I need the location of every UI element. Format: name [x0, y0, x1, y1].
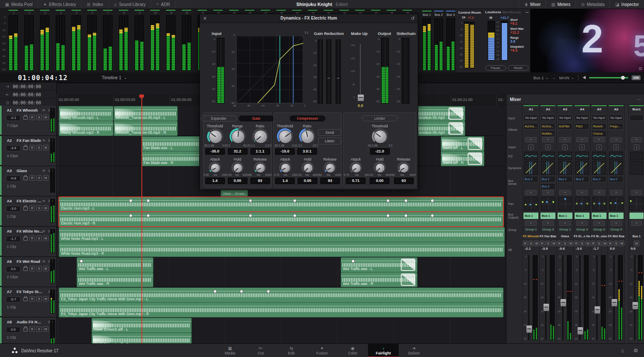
pan-pad[interactable]	[592, 197, 607, 210]
insert-toggle[interactable]: I	[562, 144, 568, 150]
group-assignment[interactable]: Group 1	[523, 226, 539, 233]
strip-header[interactable]: A1	[523, 104, 539, 114]
strip-header[interactable]: A2	[540, 104, 556, 114]
track-header[interactable]: A4FX Electric Humfx2.0-3.0RSM1 Clip	[2, 196, 57, 226]
knob-control[interactable]	[325, 163, 334, 172]
audio-clip[interactable]: Wet Traffic.wav - L	[341, 257, 417, 272]
add-output-button[interactable]: +	[576, 221, 588, 226]
monitor-volume-slider[interactable]	[589, 77, 628, 78]
mute-button[interactable]: M	[551, 241, 556, 246]
automation-point[interactable]	[249, 199, 252, 202]
automation-point[interactable]	[293, 214, 296, 217]
knob-value[interactable]: 1.4	[275, 178, 295, 184]
record-arm-button[interactable]: R	[29, 236, 35, 241]
pan-pad[interactable]	[629, 197, 644, 210]
automation-point[interactable]	[240, 290, 243, 293]
dim-button[interactable]: DIM	[632, 75, 641, 80]
monitor-dest-selector[interactable]: MAIN⌄	[559, 75, 574, 80]
listen-button[interactable]: Listen	[318, 138, 341, 144]
audio-clip[interactable]: Swird.aiff - R	[441, 151, 484, 166]
fader-handle[interactable]	[632, 302, 638, 310]
automation-point[interactable]	[80, 259, 83, 263]
knob-value[interactable]: 93	[320, 178, 340, 184]
bus-output-chip[interactable]: Bus 1	[592, 213, 607, 219]
page-tab-cut[interactable]: ✄Cut	[245, 344, 276, 357]
mute-button[interactable]: M	[43, 205, 49, 211]
track-header[interactable]: A2FX Fan Bladefx2.0-3.9RSM4 Clips	[2, 136, 57, 166]
insert-toggle[interactable]: I	[596, 144, 602, 150]
index-button[interactable]: ☰Index	[82, 0, 109, 9]
record-arm-button[interactable]: R	[29, 145, 35, 150]
dialog-header[interactable]: ✕Dynamics - FX Electric Hum↺	[200, 14, 418, 23]
effect-plugin-chip[interactable]: Frequen...	[609, 123, 624, 130]
eq-curve-thumbnail[interactable]	[558, 152, 572, 160]
knob-control[interactable]	[399, 163, 408, 172]
solo-button[interactable]: S	[36, 115, 42, 120]
automation-point[interactable]	[404, 199, 408, 202]
record-arm-button[interactable]: R	[29, 266, 35, 271]
audio-clip[interactable]: Swird.aiff - L	[441, 136, 484, 151]
knob-value[interactable]: -21.0	[370, 148, 390, 155]
group-assignment[interactable]	[629, 226, 644, 233]
pan-pad[interactable]	[558, 197, 572, 210]
cue-row-0[interactable]: ⇥00:00:00:00	[0, 83, 56, 91]
track-header[interactable]: A7FX Tokyo Street2.0-0.7RSM1 Clip	[2, 287, 57, 317]
track-gain-value[interactable]: -0.7	[6, 297, 20, 302]
record-arm-button[interactable]: R	[29, 296, 35, 302]
dynamics-curve-thumbnail[interactable]	[609, 161, 623, 175]
knob-value[interactable]: 0.00	[228, 178, 247, 184]
input-selector[interactable]: No Input	[523, 115, 538, 121]
strip-header[interactable]: A6	[608, 104, 624, 114]
mixer-menu-icon[interactable]: ⋯	[637, 97, 641, 102]
input-selector[interactable]: No Input	[592, 115, 607, 121]
bus-send-chip[interactable]: Bus 2	[609, 176, 624, 182]
knob-control[interactable]	[281, 163, 290, 172]
insert-toggle[interactable]: I	[579, 144, 585, 150]
group-assignment[interactable]: Group 1	[557, 226, 573, 233]
fader-handle[interactable]	[611, 299, 618, 307]
page-tab-fairlight[interactable]: ♪Fairlight	[368, 344, 399, 357]
record-arm-button[interactable]: R	[540, 241, 545, 246]
audio-clip[interactable]: Electric Hum.mp3 - R	[59, 212, 503, 227]
solo-button[interactable]: S	[614, 241, 619, 246]
add-output-button[interactable]: +	[559, 221, 571, 226]
input-selector[interactable]: No Input	[575, 115, 589, 121]
media-pool-button[interactable]: ▦Media Pool	[0, 0, 38, 9]
knob-value[interactable]: 93	[394, 178, 414, 184]
add-effect-button[interactable]: +	[593, 137, 605, 142]
mute-button[interactable]: M	[43, 266, 49, 271]
mute-button[interactable]: M	[43, 145, 49, 150]
pan-pad[interactable]	[609, 197, 624, 210]
eq-curve-thumbnail[interactable]	[630, 152, 643, 160]
fader-db-value[interactable]: -2.1	[523, 247, 539, 253]
effect-plugin-chip[interactable]: Chorus	[592, 130, 607, 137]
add-output-button[interactable]: +	[542, 221, 554, 226]
add-effect-button[interactable]: +	[610, 137, 622, 142]
pan-pad[interactable]	[575, 197, 589, 210]
knob-value[interactable]: 0.71	[346, 178, 365, 184]
makeup-slider-track[interactable]	[360, 44, 361, 100]
audio-clip[interactable]: ES_Tokyo Japan City Traffic Atmos With S…	[59, 288, 503, 302]
master-timecode[interactable]: 01:00:04:12	[18, 74, 68, 82]
add-send-button[interactable]: +	[631, 190, 642, 195]
strip-header[interactable]: A5	[591, 104, 607, 114]
fade-handle[interactable]	[401, 274, 415, 286]
lock-icon[interactable]	[23, 297, 28, 301]
automation-point[interactable]	[404, 214, 408, 217]
input-selector[interactable]: No Input	[540, 115, 555, 121]
record-arm-button[interactable]: R	[591, 241, 596, 246]
add-output-button[interactable]: +	[610, 221, 622, 226]
mute-button[interactable]: M	[619, 241, 624, 246]
track-gain-value[interactable]: 0.0	[6, 266, 20, 272]
effect-plugin-chip[interactable]: Pitch	[575, 123, 589, 130]
insert-toggle[interactable]: I	[528, 144, 534, 150]
dynamics-curve-thumbnail[interactable]	[558, 161, 572, 175]
fader-handle[interactable]	[594, 306, 601, 314]
sound-library-button[interactable]: ♫Sound Library	[109, 0, 151, 9]
record-arm-button[interactable]: R	[574, 241, 579, 246]
audio-clip[interactable]: ES_Tokyo Japan City Traffic Atmos With S…	[59, 302, 503, 317]
group-assignment[interactable]: Group 9	[608, 226, 624, 233]
add-output-button[interactable]: +	[631, 221, 642, 226]
metadata-button[interactable]: ⊙Metadata	[575, 0, 610, 9]
effect-plugin-chip[interactable]: AUGrap...	[540, 123, 555, 130]
